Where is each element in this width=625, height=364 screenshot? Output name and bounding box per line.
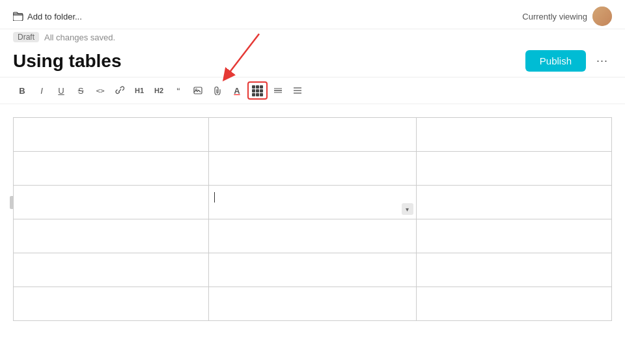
image-icon [193, 87, 202, 94]
table-cell[interactable] [416, 118, 611, 152]
saved-status: All changes saved. [44, 33, 115, 42]
quote-button[interactable]: “ [169, 81, 188, 100]
add-to-folder-label: Add to folder... [27, 12, 82, 21]
link-button[interactable] [111, 81, 129, 100]
list-button[interactable] [288, 81, 307, 100]
table-cell[interactable] [14, 287, 209, 321]
folder-icon [13, 12, 23, 21]
table-row [14, 287, 612, 321]
top-right-area: Currently viewing [522, 7, 612, 26]
table-cell[interactable] [209, 287, 416, 321]
h2-button[interactable]: H2 [150, 81, 168, 100]
table-row [14, 118, 612, 152]
strikethrough-button[interactable]: S [72, 81, 90, 100]
avatar [592, 7, 612, 26]
table-cell-active-left[interactable] [14, 186, 209, 219]
h1-button[interactable]: H1 [130, 81, 148, 100]
table-row [14, 253, 612, 287]
currently-viewing-label: Currently viewing [522, 12, 587, 21]
italic-button[interactable]: I [33, 81, 51, 100]
table-cell[interactable] [209, 253, 416, 287]
table-cell[interactable] [416, 287, 611, 321]
header-row: Using tables Publish ··· [0, 45, 625, 77]
row-handle[interactable] [10, 196, 14, 209]
table-cell[interactable] [14, 118, 209, 152]
table-row [14, 219, 612, 253]
table-button-wrapper [247, 81, 268, 100]
table-cell[interactable] [14, 253, 209, 287]
underline-button[interactable]: U [52, 81, 70, 100]
list-icon [293, 87, 302, 94]
divider-icon [273, 87, 283, 94]
table-cell[interactable] [14, 219, 209, 253]
currently-viewing: Currently viewing [522, 7, 612, 26]
text-cursor [214, 192, 215, 203]
divider-button[interactable] [269, 81, 287, 100]
table-cell-active-center[interactable]: ▾ [209, 186, 416, 219]
table-cell[interactable] [416, 253, 611, 287]
table-button[interactable] [247, 81, 268, 100]
table-grid-icon [252, 85, 263, 96]
table-row: ▾ [14, 186, 612, 219]
table-cell[interactable] [209, 118, 416, 152]
table-cell[interactable] [209, 152, 416, 186]
toolbar: B I U S <> H1 H2 “ A [0, 77, 625, 104]
status-bar: Draft All changes saved. [0, 29, 625, 45]
editor-table: ▾ [13, 117, 612, 321]
table-cell[interactable] [416, 152, 611, 186]
table-cell[interactable] [209, 219, 416, 253]
image-button[interactable] [189, 81, 207, 100]
more-options-button[interactable]: ··· [592, 51, 612, 70]
code-button[interactable]: <> [91, 81, 109, 100]
table-cell-active-right[interactable] [416, 186, 611, 219]
bold-button[interactable]: B [13, 81, 31, 100]
table-row [14, 152, 612, 186]
table-cell[interactable] [416, 219, 611, 253]
add-to-folder-button[interactable]: Add to folder... [13, 12, 82, 21]
clip-icon [214, 86, 221, 95]
table-cell[interactable] [14, 152, 209, 186]
top-bar: Add to folder... Currently viewing [0, 0, 625, 29]
avatar-image [592, 7, 612, 26]
link-icon [115, 86, 124, 95]
highlight-button[interactable]: A [228, 81, 246, 100]
header-actions: Publish ··· [525, 50, 612, 72]
content-area: ▾ [0, 104, 625, 321]
publish-button[interactable]: Publish [525, 50, 586, 72]
cell-dropdown[interactable]: ▾ [402, 203, 413, 215]
draft-badge: Draft [13, 32, 39, 42]
page-title: Using tables [13, 51, 121, 72]
attachment-button[interactable] [208, 81, 227, 100]
